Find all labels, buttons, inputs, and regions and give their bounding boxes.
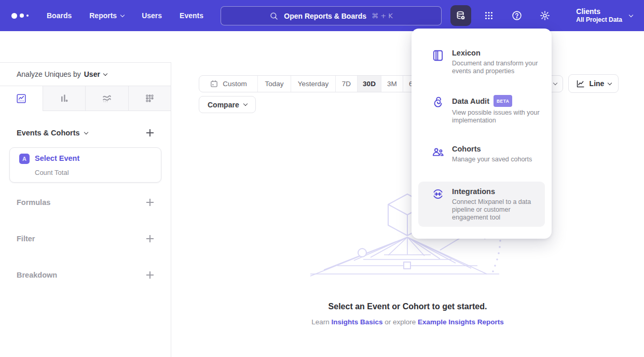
chevron-down-icon (553, 81, 557, 85)
menu-item-cohorts[interactable]: Cohorts Manage your saved cohorts (418, 139, 545, 169)
chart-type-label: Line (590, 79, 605, 88)
compare-dropdown[interactable]: Compare (199, 96, 256, 113)
top-nav: Boards Reports Users Events Open Reports… (0, 0, 644, 31)
nav-item-boards[interactable]: Boards (47, 11, 72, 20)
global-search-input[interactable]: Open Reports & Boards ⌘ + K (221, 6, 442, 25)
explore-text: or explore (385, 318, 416, 326)
project-name: All Project Data (576, 16, 622, 24)
date-range-3m[interactable]: 3M (381, 76, 403, 92)
help-button[interactable] (506, 5, 527, 26)
empty-state-links: Learn Insights Basics or explore Example… (171, 318, 644, 326)
beta-badge: BETA (494, 95, 513, 107)
date-range-today[interactable]: Today (257, 76, 291, 92)
query-sidebar: Analyze Uniques by User (0, 62, 171, 357)
chevron-down-icon (84, 130, 88, 134)
add-filter-button[interactable] (146, 235, 154, 243)
dots-grid-icon (144, 93, 155, 104)
bar-chart-icon (58, 93, 70, 104)
line-chart-framed-icon (16, 93, 27, 104)
menu-item-title: Lexicon (452, 48, 481, 58)
chevron-down-icon (120, 12, 125, 17)
project-selector[interactable]: Clients All Project Data (576, 7, 633, 24)
example-reports-link[interactable]: Example Insights Reports (418, 318, 504, 326)
learn-text: Learn (311, 318, 330, 326)
menu-item-description: View possible issues with your implement… (452, 109, 541, 125)
nav-item-label: Reports (89, 11, 117, 20)
add-breakdown-button[interactable] (146, 271, 154, 279)
empty-state-title: Select an Event or Cohort to get started… (171, 302, 644, 311)
database-gear-icon (455, 10, 467, 21)
date-range-label: Yesterday (298, 80, 329, 88)
settings-button[interactable] (535, 5, 555, 26)
menu-item-description: Connect Mixpanel to a data pipeline or c… (452, 198, 541, 222)
chevron-down-icon (243, 102, 247, 106)
filter-header: Filter (17, 235, 35, 243)
search-placeholder: Open Reports & Boards (284, 12, 366, 20)
date-range-label: Today (265, 80, 283, 88)
date-range-7d[interactable]: 7D (335, 76, 357, 92)
date-range-label: Custom (223, 80, 247, 88)
add-event-button[interactable] (146, 129, 154, 137)
search-icon (269, 11, 279, 21)
tab-metric-grid[interactable] (128, 86, 171, 111)
menu-item-lexicon[interactable]: Lexicon Document and transform your even… (418, 43, 545, 80)
nav-item-label: Boards (47, 11, 72, 20)
tab-insights-line[interactable] (0, 86, 43, 111)
chevron-down-icon (103, 71, 107, 75)
org-name: Clients (576, 7, 622, 16)
filter-label: Filter (17, 235, 35, 243)
menu-item-title: Data Audit (452, 97, 489, 106)
series-badge: A (19, 154, 30, 164)
lexicon-book-icon (431, 49, 445, 62)
date-range-custom[interactable]: Custom (199, 76, 257, 92)
analyze-label: Analyze Uniques by (17, 70, 81, 78)
nav-item-label: Users (142, 11, 162, 20)
menu-item-description: Document and transform your events and p… (452, 60, 541, 75)
nav-item-users[interactable]: Users (142, 11, 162, 20)
menu-item-title: Cohorts (452, 144, 481, 154)
grid-dots-icon (483, 10, 495, 21)
chart-type-dropdown[interactable]: Line (568, 74, 619, 93)
menu-item-integrations[interactable]: Integrations Connect Mixpanel to a data … (418, 182, 545, 227)
insights-basics-link[interactable]: Insights Basics (331, 318, 382, 326)
chevron-down-icon (608, 80, 612, 85)
analyze-by-dropdown[interactable]: User (84, 70, 107, 78)
search-shortcut: ⌘ + K (372, 12, 393, 20)
cohorts-people-icon (431, 145, 445, 158)
line-chart-icon (576, 79, 585, 89)
select-event-label[interactable]: Select Event (35, 154, 79, 162)
formulas-header: Formulas (17, 198, 50, 207)
menu-item-title: Integrations (452, 187, 495, 196)
mixpanel-logo-icon[interactable] (11, 13, 29, 19)
date-range-30d[interactable]: 30D (357, 76, 381, 92)
breakdown-label: Breakdown (17, 271, 57, 279)
stream-chart-icon (101, 93, 113, 104)
events-cohorts-label: Events & Cohorts (17, 129, 80, 137)
integrations-sync-icon (431, 187, 445, 201)
add-formula-button[interactable] (146, 198, 154, 207)
menu-item-description: Manage your saved cohorts (452, 156, 541, 163)
nav-item-label: Events (180, 11, 203, 20)
count-total-label[interactable]: Count Total (35, 169, 69, 176)
select-event-card[interactable]: A Select Event Count Total (9, 147, 161, 183)
date-range-label: 7D (342, 80, 351, 88)
date-range-yesterday[interactable]: Yesterday (291, 76, 335, 92)
nav-item-events[interactable]: Events (180, 11, 203, 20)
date-range-label: 30D (363, 80, 376, 88)
tab-stacked-chart[interactable] (85, 86, 128, 111)
report-canvas: Custom Today Yesterday 7D 30D 3M 6M Comp… (171, 62, 644, 357)
chevron-down-icon (629, 12, 633, 17)
question-circle-icon (511, 10, 523, 21)
date-range-label: 3M (387, 80, 397, 88)
apps-grid-button[interactable] (478, 5, 499, 26)
calendar-icon (210, 79, 218, 88)
gear-icon (539, 10, 551, 21)
data-audit-icon (431, 95, 445, 109)
chart-type-tabs (0, 86, 171, 111)
menu-item-data-audit[interactable]: Data Audit BETA View possible issues wit… (418, 90, 545, 130)
events-cohorts-header[interactable]: Events & Cohorts (17, 129, 88, 137)
nav-item-reports[interactable]: Reports (89, 11, 124, 20)
data-management-button[interactable] (450, 5, 471, 26)
data-management-menu: Lexicon Document and transform your even… (412, 29, 552, 239)
tab-bar-chart[interactable] (43, 86, 86, 111)
